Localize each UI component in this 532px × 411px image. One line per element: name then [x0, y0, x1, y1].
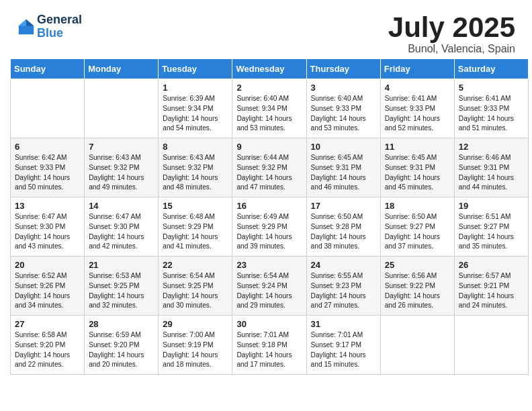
calendar-cell: 22Sunrise: 6:54 AM Sunset: 9:25 PM Dayli…: [159, 257, 232, 316]
calendar-cell: 29Sunrise: 7:00 AM Sunset: 9:19 PM Dayli…: [159, 316, 232, 375]
calendar-cell: 31Sunrise: 7:01 AM Sunset: 9:17 PM Dayli…: [306, 316, 380, 375]
day-info: Sunrise: 6:44 AM Sunset: 9:32 PM Dayligh…: [236, 153, 302, 193]
calendar-cell: 11Sunrise: 6:45 AM Sunset: 9:31 PM Dayli…: [380, 138, 454, 197]
day-info: Sunrise: 6:47 AM Sunset: 9:30 PM Dayligh…: [15, 212, 81, 252]
calendar-cell: 7Sunrise: 6:43 AM Sunset: 9:32 PM Daylig…: [85, 138, 159, 197]
day-number: 9: [236, 142, 302, 152]
day-number: 3: [311, 83, 377, 93]
day-number: 24: [311, 260, 377, 270]
calendar-body: 1Sunrise: 6:39 AM Sunset: 9:34 PM Daylig…: [11, 79, 529, 375]
day-info: Sunrise: 6:55 AM Sunset: 9:23 PM Dayligh…: [311, 271, 377, 311]
weekday-header-sunday: Sunday: [11, 59, 85, 79]
day-info: Sunrise: 6:40 AM Sunset: 9:33 PM Dayligh…: [311, 94, 377, 134]
title-block: July 2025 Bunol, Valencia, Spain: [388, 13, 515, 55]
day-number: 19: [459, 201, 525, 211]
day-number: 1: [163, 83, 228, 93]
day-number: 26: [459, 260, 525, 270]
day-info: Sunrise: 6:45 AM Sunset: 9:31 PM Dayligh…: [385, 153, 451, 193]
day-number: 31: [311, 319, 377, 329]
day-info: Sunrise: 6:41 AM Sunset: 9:33 PM Dayligh…: [459, 94, 525, 134]
day-info: Sunrise: 7:00 AM Sunset: 9:19 PM Dayligh…: [163, 330, 228, 370]
calendar-cell: 17Sunrise: 6:50 AM Sunset: 9:28 PM Dayli…: [306, 197, 380, 257]
weekday-row: SundayMondayTuesdayWednesdayThursdayFrid…: [11, 59, 529, 79]
day-info: Sunrise: 6:39 AM Sunset: 9:34 PM Dayligh…: [163, 94, 228, 134]
calendar-cell: 27Sunrise: 6:58 AM Sunset: 9:20 PM Dayli…: [11, 316, 85, 375]
day-info: Sunrise: 6:47 AM Sunset: 9:30 PM Dayligh…: [89, 212, 154, 252]
weekday-header-monday: Monday: [85, 59, 159, 79]
day-info: Sunrise: 6:49 AM Sunset: 9:29 PM Dayligh…: [236, 212, 302, 252]
calendar-cell: 6Sunrise: 6:42 AM Sunset: 9:33 PM Daylig…: [11, 138, 85, 197]
day-info: Sunrise: 6:45 AM Sunset: 9:31 PM Dayligh…: [311, 153, 377, 193]
day-info: Sunrise: 6:57 AM Sunset: 9:21 PM Dayligh…: [459, 271, 525, 311]
day-info: Sunrise: 6:51 AM Sunset: 9:27 PM Dayligh…: [459, 212, 525, 252]
day-number: 14: [89, 201, 154, 211]
day-number: 17: [311, 201, 377, 211]
logo-text: General Blue: [37, 13, 82, 40]
day-info: Sunrise: 6:43 AM Sunset: 9:32 PM Dayligh…: [163, 153, 228, 193]
page-header: General Blue July 2025 Bunol, Valencia, …: [7, 7, 525, 58]
calendar-cell: [454, 316, 528, 375]
day-number: 27: [15, 319, 81, 329]
day-number: 4: [385, 83, 451, 93]
day-number: 13: [15, 201, 81, 211]
day-info: Sunrise: 6:43 AM Sunset: 9:32 PM Dayligh…: [89, 153, 154, 193]
logo-icon: [17, 17, 36, 36]
calendar-cell: 5Sunrise: 6:41 AM Sunset: 9:33 PM Daylig…: [454, 79, 528, 138]
calendar-cell: 19Sunrise: 6:51 AM Sunset: 9:27 PM Dayli…: [454, 197, 528, 257]
svg-marker-1: [26, 19, 34, 26]
weekday-header-thursday: Thursday: [306, 59, 380, 79]
day-info: Sunrise: 6:41 AM Sunset: 9:33 PM Dayligh…: [385, 94, 451, 134]
day-number: 8: [163, 142, 228, 152]
calendar-week-2: 6Sunrise: 6:42 AM Sunset: 9:33 PM Daylig…: [11, 138, 529, 197]
calendar-table: SundayMondayTuesdayWednesdayThursdayFrid…: [10, 58, 529, 375]
day-number: 6: [15, 142, 81, 152]
day-number: 23: [236, 260, 302, 270]
calendar-cell: 23Sunrise: 6:54 AM Sunset: 9:24 PM Dayli…: [232, 257, 306, 316]
calendar-cell: 25Sunrise: 6:56 AM Sunset: 9:22 PM Dayli…: [380, 257, 454, 316]
calendar-cell: 12Sunrise: 6:46 AM Sunset: 9:31 PM Dayli…: [454, 138, 528, 197]
logo-blue: Blue: [37, 27, 82, 40]
day-number: 21: [89, 260, 154, 270]
day-number: 29: [163, 319, 228, 329]
calendar-cell: 9Sunrise: 6:44 AM Sunset: 9:32 PM Daylig…: [232, 138, 306, 197]
calendar-cell: 13Sunrise: 6:47 AM Sunset: 9:30 PM Dayli…: [11, 197, 85, 257]
weekday-header-tuesday: Tuesday: [159, 59, 232, 79]
day-number: 30: [236, 319, 302, 329]
calendar-header: SundayMondayTuesdayWednesdayThursdayFrid…: [11, 59, 529, 79]
day-info: Sunrise: 7:01 AM Sunset: 9:17 PM Dayligh…: [311, 330, 377, 370]
calendar-cell: 16Sunrise: 6:49 AM Sunset: 9:29 PM Dayli…: [232, 197, 306, 257]
day-info: Sunrise: 6:48 AM Sunset: 9:29 PM Dayligh…: [163, 212, 228, 252]
day-info: Sunrise: 6:58 AM Sunset: 9:20 PM Dayligh…: [15, 330, 81, 370]
day-number: 25: [385, 260, 451, 270]
calendar-cell: 26Sunrise: 6:57 AM Sunset: 9:21 PM Dayli…: [454, 257, 528, 316]
calendar-cell: 8Sunrise: 6:43 AM Sunset: 9:32 PM Daylig…: [159, 138, 232, 197]
day-info: Sunrise: 6:42 AM Sunset: 9:33 PM Dayligh…: [15, 153, 81, 193]
day-info: Sunrise: 6:59 AM Sunset: 9:20 PM Dayligh…: [89, 330, 154, 370]
day-info: Sunrise: 6:40 AM Sunset: 9:34 PM Dayligh…: [236, 94, 302, 134]
calendar-cell: 21Sunrise: 6:53 AM Sunset: 9:25 PM Dayli…: [85, 257, 159, 316]
calendar-cell: 24Sunrise: 6:55 AM Sunset: 9:23 PM Dayli…: [306, 257, 380, 316]
calendar-week-1: 1Sunrise: 6:39 AM Sunset: 9:34 PM Daylig…: [11, 79, 529, 138]
day-number: 5: [459, 83, 525, 93]
day-number: 20: [15, 260, 81, 270]
calendar-cell: 28Sunrise: 6:59 AM Sunset: 9:20 PM Dayli…: [85, 316, 159, 375]
day-info: Sunrise: 6:52 AM Sunset: 9:26 PM Dayligh…: [15, 271, 81, 311]
day-number: 11: [385, 142, 451, 152]
day-number: 10: [311, 142, 377, 152]
day-number: 16: [236, 201, 302, 211]
title-location: Bunol, Valencia, Spain: [388, 43, 515, 55]
calendar-cell: 2Sunrise: 6:40 AM Sunset: 9:34 PM Daylig…: [232, 79, 306, 138]
calendar-cell: 14Sunrise: 6:47 AM Sunset: 9:30 PM Dayli…: [85, 197, 159, 257]
day-info: Sunrise: 6:50 AM Sunset: 9:28 PM Dayligh…: [311, 212, 377, 252]
weekday-header-saturday: Saturday: [454, 59, 528, 79]
day-number: 15: [163, 201, 228, 211]
day-number: 18: [385, 201, 451, 211]
calendar-cell: 3Sunrise: 6:40 AM Sunset: 9:33 PM Daylig…: [306, 79, 380, 138]
calendar-cell: [11, 79, 85, 138]
day-number: 7: [89, 142, 154, 152]
day-number: 28: [89, 319, 154, 329]
day-info: Sunrise: 6:54 AM Sunset: 9:24 PM Dayligh…: [236, 271, 302, 311]
calendar-week-4: 20Sunrise: 6:52 AM Sunset: 9:26 PM Dayli…: [11, 257, 529, 316]
day-info: Sunrise: 6:50 AM Sunset: 9:27 PM Dayligh…: [385, 212, 451, 252]
weekday-header-wednesday: Wednesday: [232, 59, 306, 79]
